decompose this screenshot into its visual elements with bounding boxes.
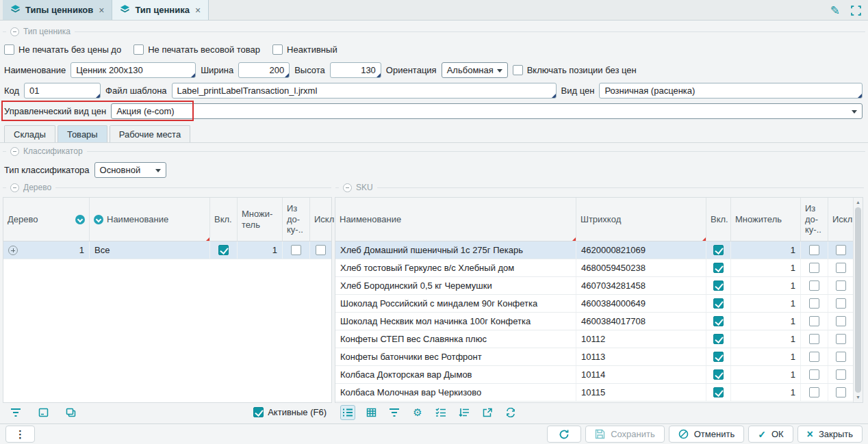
scroll-up-icon[interactable]: ▲ <box>854 198 863 207</box>
row-checkbox[interactable] <box>809 369 819 380</box>
row-checkbox[interactable] <box>809 280 819 291</box>
row-checkbox[interactable] <box>836 316 846 326</box>
refresh-button[interactable] <box>547 426 581 443</box>
collapse-icon[interactable] <box>10 147 19 156</box>
active-filter-checkbox[interactable]: Активные (F6) <box>253 407 327 417</box>
collapse-icon[interactable] <box>10 183 19 192</box>
edit-pencil-icon[interactable]: ✎ <box>830 5 840 16</box>
collapse-icon[interactable] <box>343 183 352 192</box>
scrollbar-thumb[interactable] <box>855 207 861 393</box>
panel-icon[interactable] <box>36 405 51 420</box>
sku-row[interactable]: Шоколад Российский с миндалем 90г Конфет… <box>335 295 853 313</box>
tree-header-fromdoc[interactable]: Из до-ку-.. <box>283 198 310 241</box>
row-checkbox-checked[interactable] <box>713 316 724 326</box>
checkbox-box[interactable] <box>272 44 283 55</box>
sku-header-mult[interactable]: Множитель <box>731 198 801 241</box>
row-checkbox[interactable] <box>836 334 846 344</box>
checkbox-no-print-before[interactable]: Не печатать без цены до <box>4 44 121 55</box>
close-tab-icon[interactable]: × <box>195 5 201 16</box>
copy-icon[interactable] <box>63 405 78 420</box>
checkbox-no-print-weight[interactable]: Не печатать весовой товар <box>133 44 260 55</box>
scroll-down-icon[interactable]: ▼ <box>854 393 863 402</box>
row-checkbox[interactable] <box>809 263 819 273</box>
orientation-select[interactable]: Альбомная <box>442 62 508 78</box>
row-checkbox-checked[interactable] <box>713 334 724 344</box>
row-checkbox-checked[interactable] <box>713 387 724 397</box>
checkbox-inactive[interactable]: Неактивный <box>272 44 337 55</box>
row-checkbox-checked[interactable] <box>713 280 724 291</box>
tab-warehouses[interactable]: Склады <box>4 125 55 142</box>
tree-header-excl[interactable]: Искл <box>310 198 331 241</box>
filter-icon[interactable] <box>387 405 402 420</box>
settings-gear-icon[interactable]: ⚙ <box>410 405 425 420</box>
tree-header-on[interactable]: Вкл. <box>210 198 238 241</box>
row-checkbox[interactable] <box>809 298 819 309</box>
checkbox-box[interactable] <box>133 44 144 55</box>
ok-button[interactable]: ✓ОК <box>748 426 793 443</box>
close-tab-icon[interactable]: × <box>99 5 104 16</box>
name-input[interactable]: Ценник 200x130 <box>71 62 196 78</box>
checkbox-include-no-price[interactable]: Включать позиции без цен <box>513 65 637 75</box>
row-checkbox[interactable] <box>809 316 819 326</box>
checkbox-box[interactable] <box>4 44 14 55</box>
row-checkbox-checked[interactable] <box>713 263 724 273</box>
code-input[interactable]: 01 <box>24 83 101 99</box>
template-input[interactable]: Label_printLabelTransaction_l.jrxml <box>172 83 557 99</box>
checkbox-box[interactable] <box>513 65 523 75</box>
refresh-table-icon[interactable] <box>503 405 518 420</box>
collapse-icon[interactable] <box>10 27 19 36</box>
sku-row[interactable]: Хлеб Домашний пшеничный 1с 275г Пекарь46… <box>335 241 853 259</box>
vertical-scrollbar[interactable]: ▲ ▼ <box>853 198 863 402</box>
close-button[interactable]: ×Закрыть <box>797 426 863 443</box>
list-view-icon[interactable] <box>340 405 355 420</box>
checklist-icon[interactable] <box>433 405 448 420</box>
row-checkbox[interactable] <box>836 387 846 397</box>
sku-row[interactable]: Конфеты СТЕП вес Славянка плюс101121 <box>335 330 853 348</box>
row-checkbox[interactable] <box>809 352 819 362</box>
table-view-icon[interactable] <box>363 405 379 420</box>
tab-workplaces[interactable]: Рабочие места <box>110 125 190 142</box>
row-checkbox-checked[interactable] <box>713 298 724 309</box>
sort-chevron-icon[interactable] <box>75 215 85 224</box>
tree-header-name[interactable]: Наименование <box>90 198 210 241</box>
maximize-icon[interactable] <box>851 5 861 16</box>
row-checkbox[interactable] <box>291 245 301 255</box>
row-checkbox[interactable] <box>836 369 846 380</box>
checkbox-box[interactable] <box>253 407 264 417</box>
expand-plus-icon[interactable] <box>8 246 18 255</box>
sku-row[interactable]: Колбаса Докторская вар Дымов101141 <box>335 366 853 384</box>
row-checkbox[interactable] <box>836 263 846 273</box>
open-external-icon[interactable] <box>480 405 495 420</box>
tab-goods[interactable]: Товары <box>58 125 107 142</box>
row-checkbox[interactable] <box>836 298 846 309</box>
tree-header-mult[interactable]: Множи-тель <box>238 198 283 241</box>
sku-header-barcode[interactable]: Штрихкод <box>576 198 706 241</box>
tree-header-tree[interactable]: Дерево <box>3 198 90 241</box>
classifier-type-select[interactable]: Основной <box>94 162 166 178</box>
cancel-button[interactable]: Отменить <box>669 426 744 443</box>
price-type-input[interactable]: Розничная (расценка) <box>599 83 863 99</box>
window-tab-price-tag-type[interactable]: Тип ценника × <box>112 0 209 20</box>
sku-header-excl[interactable]: Искл <box>828 198 853 241</box>
row-checkbox[interactable] <box>836 280 846 291</box>
save-button[interactable]: Сохранить <box>585 426 665 443</box>
sort-chevron-icon[interactable] <box>94 215 103 224</box>
sku-header-fromdoc[interactable]: Из до-ку-.. <box>801 198 828 241</box>
sku-header-name[interactable]: Наименование <box>335 198 576 241</box>
tree-row[interactable]: 1Все1 <box>3 241 331 259</box>
row-checkbox-checked[interactable] <box>218 245 229 255</box>
width-input[interactable]: 200 <box>238 62 290 78</box>
sku-row[interactable]: Колбаса Молочная вар Черкизово101151 <box>335 384 853 402</box>
row-checkbox[interactable] <box>809 334 819 344</box>
filter-icon[interactable] <box>8 405 23 420</box>
sku-row[interactable]: Конфеты батончики вес Ротфронт101131 <box>335 348 853 366</box>
window-tab-price-tag-types[interactable]: Типы ценников × <box>3 0 112 20</box>
row-checkbox-checked[interactable] <box>713 352 724 362</box>
row-checkbox[interactable] <box>809 387 819 397</box>
menu-kebab-button[interactable]: ⋮ <box>5 426 35 443</box>
row-checkbox[interactable] <box>809 245 819 255</box>
height-input[interactable]: 130 <box>330 62 381 78</box>
sku-row[interactable]: Хлеб тостовый Геркулес в/с Хлебный дом46… <box>335 259 853 277</box>
row-checkbox[interactable] <box>836 245 846 255</box>
reorder-list-icon[interactable] <box>457 405 472 420</box>
